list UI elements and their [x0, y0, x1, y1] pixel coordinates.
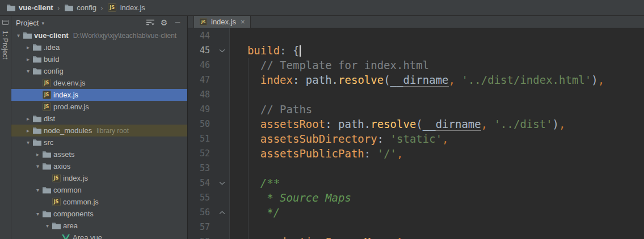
tree-item-area[interactable]: ▾area	[11, 220, 187, 232]
code-line[interactable]: 46 // Template for index.html	[188, 58, 644, 72]
tree-item-label: Area.vue	[73, 233, 102, 239]
panel-title: Project	[16, 19, 39, 27]
folder-icon	[32, 56, 42, 63]
code-line[interactable]: 51 assetsSubDirectory: 'static',	[188, 131, 644, 146]
breadcrumb-label: index.js	[120, 3, 145, 12]
breadcrumb-item[interactable]: config	[64, 3, 96, 12]
project-tree: ▾vue-clientD:\Work\xjy\xjy\teachlab\vue-…	[11, 29, 187, 239]
tab-index-js[interactable]: JS index.js ×	[193, 16, 251, 28]
chevron-right-icon[interactable]: ▸	[24, 56, 32, 62]
chevron-down-icon[interactable]: ▾	[24, 68, 32, 74]
tree-item-vue-client[interactable]: ▾vue-clientD:\Work\xjy\xjy\teachlab\vue-…	[11, 29, 187, 41]
code-text: assetsSubDirectory: 'static',	[230, 131, 449, 146]
tree-item-index-js[interactable]: JSindex.js	[11, 172, 187, 184]
fold-open-icon[interactable]	[215, 176, 230, 190]
tree-item-build[interactable]: ▸build	[11, 53, 187, 65]
code-line[interactable]: 45 build: {	[188, 43, 644, 58]
code-text: index: path.resolve(__dirname, '../dist/…	[230, 72, 604, 87]
code-text: // Paths	[230, 102, 312, 117]
js-file-icon: JS	[107, 3, 117, 12]
fold-gutter	[215, 220, 230, 234]
folder-icon	[22, 32, 32, 39]
js-file-icon: JS	[51, 174, 61, 182]
fold-gutter	[215, 117, 230, 131]
hide-panel-icon[interactable]: ─	[172, 18, 183, 27]
chevron-right-icon[interactable]: ▸	[24, 44, 32, 50]
breadcrumb-item[interactable]: vue-client	[6, 3, 53, 12]
folder-icon	[32, 116, 42, 122]
js-file-icon: JS	[41, 79, 52, 87]
chevron-right-icon[interactable]: ▸	[24, 127, 32, 134]
code-line[interactable]: 48	[188, 87, 644, 102]
editor-tab-bar: JS index.js ×	[188, 16, 644, 28]
tree-item-index-js[interactable]: JSindex.js	[11, 89, 187, 101]
js-file-icon: JS	[51, 198, 61, 206]
code-line[interactable]: 52 assetsPublicPath: '/',	[188, 146, 644, 161]
chevron-right-icon[interactable]: ▸	[34, 151, 41, 157]
tree-item--idea[interactable]: ▸.idea	[11, 41, 187, 53]
code-line[interactable]: 57	[188, 220, 644, 234]
folder-icon	[51, 223, 61, 229]
tree-item-dev-env-js[interactable]: JSdev.env.js	[11, 77, 187, 89]
line-number: 50	[188, 117, 215, 131]
project-view-selector[interactable]: Project ▾	[16, 19, 44, 27]
tree-item-label: common	[53, 186, 82, 194]
fold-end-icon[interactable]	[215, 205, 230, 220]
breadcrumb-bar: vue-client›config›JSindex.js	[0, 0, 644, 16]
tree-item-config[interactable]: ▾config	[11, 65, 187, 77]
tree-item-label: index.js	[63, 174, 88, 182]
chevron-down-icon[interactable]: ▾	[44, 223, 51, 229]
tree-item-prod-env-js[interactable]: JSprod.env.js	[11, 101, 187, 113]
project-stripe-button[interactable]: 1: Project	[1, 31, 9, 59]
tree-item-src[interactable]: ▾src	[11, 136, 187, 148]
breadcrumb-label: vue-client	[19, 3, 53, 12]
tree-item-common[interactable]: ▾common	[11, 184, 187, 196]
code-line[interactable]: 49 // Paths	[188, 102, 644, 117]
view-options-icon[interactable]	[145, 19, 155, 26]
code-line[interactable]: 53	[188, 161, 644, 176]
line-number: 53	[188, 161, 215, 176]
chevron-down-icon[interactable]: ▾	[34, 211, 41, 217]
tree-item-components[interactable]: ▾components	[11, 208, 187, 220]
chevron-down-icon[interactable]: ▾	[34, 187, 41, 193]
chevron-down-icon[interactable]: ▾	[24, 139, 32, 146]
code-line[interactable]: 44	[188, 28, 644, 43]
tree-item-label: src	[44, 138, 53, 147]
folder-icon	[41, 163, 52, 170]
line-number: 51	[188, 131, 215, 146]
code-line[interactable]: 54 /**	[188, 176, 644, 190]
tree-item-common-js[interactable]: JScommon.js	[11, 196, 187, 208]
code-text	[230, 161, 234, 176]
tree-item-axios[interactable]: ▾axios	[11, 160, 187, 172]
gear-icon[interactable]: ⚙	[159, 18, 169, 27]
fold-open-icon[interactable]	[215, 43, 230, 58]
tree-item-node-modules[interactable]: ▸node_moduleslibrary root	[11, 125, 187, 136]
folder-icon	[41, 151, 52, 158]
js-file-icon: JS	[41, 91, 52, 99]
code-line[interactable]: 55 * Source Maps	[188, 190, 644, 205]
fold-gutter	[215, 161, 230, 176]
tree-item-assets[interactable]: ▸assets	[11, 148, 187, 160]
project-panel: Project ▾ ⚙ ─ ▾vue-clientD:\Work\xjy\xjy…	[11, 16, 188, 239]
close-icon[interactable]: ×	[241, 18, 245, 26]
chevron-down-icon[interactable]: ▾	[34, 163, 41, 169]
breadcrumb-item[interactable]: JSindex.js	[107, 3, 145, 12]
code-text: productionSourceMap: true,	[230, 234, 429, 239]
folder-icon	[64, 5, 74, 11]
code-line[interactable]: 58 productionSourceMap: true,	[188, 234, 644, 239]
line-number: 47	[188, 72, 215, 87]
line-number: 57	[188, 220, 215, 234]
fold-gutter	[215, 131, 230, 146]
tree-item-suffix: library root	[96, 127, 129, 135]
chevron-down-icon[interactable]: ▾	[15, 32, 22, 39]
code-line[interactable]: 47 index: path.resolve(__dirname, '../di…	[188, 72, 644, 87]
tree-item-suffix: D:\Work\xjy\xjy\teachlab\vue-client	[73, 32, 177, 40]
tree-item-area-vue[interactable]: Area.vue	[11, 232, 187, 239]
code-line[interactable]: 50 assetsRoot: path.resolve(__dirname, '…	[188, 117, 644, 131]
code-line[interactable]: 56 */	[188, 205, 644, 220]
line-number: 52	[188, 146, 215, 161]
editor-surface[interactable]: 4445 build: {46 // Template for index.ht…	[188, 28, 644, 239]
tree-item-dist[interactable]: ▸dist	[11, 113, 187, 125]
line-number: 48	[188, 87, 215, 102]
chevron-right-icon[interactable]: ▸	[24, 116, 32, 122]
